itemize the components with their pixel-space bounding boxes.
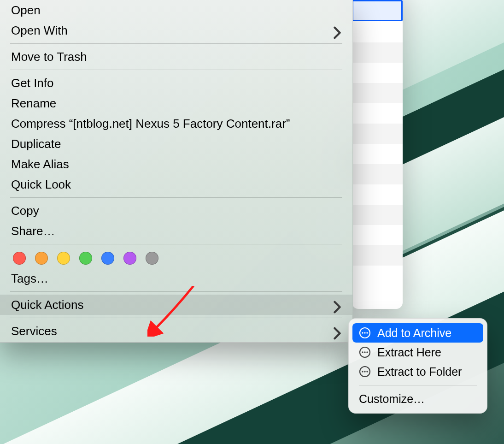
submenu-item-label: Extract Here [377,346,441,359]
menu-item-label: Tags… [11,271,48,286]
finder-row[interactable] [352,124,403,144]
tag-gray[interactable] [146,252,158,265]
menu-item-label: Share… [11,223,55,239]
circle-ellipsis-icon [359,327,371,339]
tag-orange[interactable] [35,252,48,265]
menu-item-open[interactable]: Open [0,0,352,20]
submenu-item-add-to-archive[interactable]: Add to Archive [352,323,483,343]
finder-row[interactable] [352,225,403,245]
menu-item-label: Compress “[ntblog.net] Nexus 5 Factory C… [11,116,290,131]
svg-point-3 [366,332,368,333]
menu-item-share[interactable]: Share… [0,221,352,241]
finder-row[interactable] [352,144,403,164]
finder-row[interactable] [352,22,403,42]
chevron-right-icon [333,327,341,335]
menu-separator [359,385,477,385]
circle-ellipsis-icon [359,366,371,378]
finder-selected-row[interactable] [352,0,403,21]
svg-point-11 [366,371,368,372]
menu-separator [10,43,342,44]
context-menu: Open Open With Move to Trash Get Info Re… [0,0,353,343]
menu-item-rename[interactable]: Rename [0,93,352,113]
tag-green[interactable] [79,252,92,265]
submenu-item-label: Customize… [359,392,425,406]
menu-separator [10,197,342,198]
svg-point-1 [362,332,363,333]
menu-item-label: Quick Look [11,177,71,192]
tags-color-row [0,247,352,268]
tag-purple[interactable] [123,252,136,265]
menu-item-label: Open [11,2,41,18]
menu-item-label: Make Alias [11,156,69,172]
svg-point-5 [362,351,363,353]
svg-point-10 [364,371,365,372]
finder-row[interactable] [352,42,403,63]
tag-yellow[interactable] [57,252,70,265]
chevron-right-icon [333,301,341,309]
submenu-item-extract-to-folder[interactable]: Extract to Folder [352,362,483,381]
menu-item-get-info[interactable]: Get Info [0,73,352,93]
menu-item-label: Open With [11,23,68,38]
menu-item-label: Move to Trash [11,49,87,65]
menu-item-quick-actions[interactable]: Quick Actions [0,295,352,315]
finder-row[interactable] [352,103,403,124]
menu-item-copy[interactable]: Copy [0,201,352,221]
tag-red[interactable] [13,252,26,265]
finder-row[interactable] [352,63,403,83]
finder-row[interactable] [352,184,403,205]
submenu-item-customize[interactable]: Customize… [352,389,483,408]
menu-item-label: Get Info [11,75,54,91]
menu-item-quick-look[interactable]: Quick Look [0,174,352,195]
menu-item-label: Copy [11,203,39,219]
chevron-right-icon [333,26,341,35]
menu-item-move-to-trash[interactable]: Move to Trash [0,47,352,67]
finder-row[interactable] [352,83,403,103]
finder-row[interactable] [352,164,403,184]
menu-item-make-alias[interactable]: Make Alias [0,154,352,174]
menu-item-label: Quick Actions [11,297,84,313]
menu-item-label: Duplicate [11,136,61,152]
tag-blue[interactable] [101,252,114,265]
svg-point-7 [366,351,368,353]
finder-row[interactable] [352,205,403,225]
finder-window [352,0,403,309]
menu-item-tags[interactable]: Tags… [0,268,352,289]
svg-point-9 [362,371,363,372]
quick-actions-submenu: Add to Archive Extract Here Extract to F… [348,318,487,414]
menu-item-compress[interactable]: Compress “[ntblog.net] Nexus 5 Factory C… [0,113,352,134]
svg-point-6 [364,351,365,353]
finder-row[interactable] [352,245,403,266]
menu-separator [10,70,342,70]
menu-item-label: Rename [11,95,56,111]
submenu-item-label: Extract to Folder [377,365,462,379]
menu-item-label: Services [11,323,57,339]
menu-item-duplicate[interactable]: Duplicate [0,134,352,154]
circle-ellipsis-icon [359,346,371,358]
menu-separator [10,244,342,244]
svg-point-2 [364,332,365,333]
submenu-item-extract-here[interactable]: Extract Here [352,343,483,362]
menu-separator [10,318,342,318]
menu-item-services[interactable]: Services [0,321,352,341]
menu-item-open-with[interactable]: Open With [0,20,352,41]
menu-separator [10,291,342,292]
finder-row[interactable] [352,266,403,286]
submenu-item-label: Add to Archive [377,326,451,340]
